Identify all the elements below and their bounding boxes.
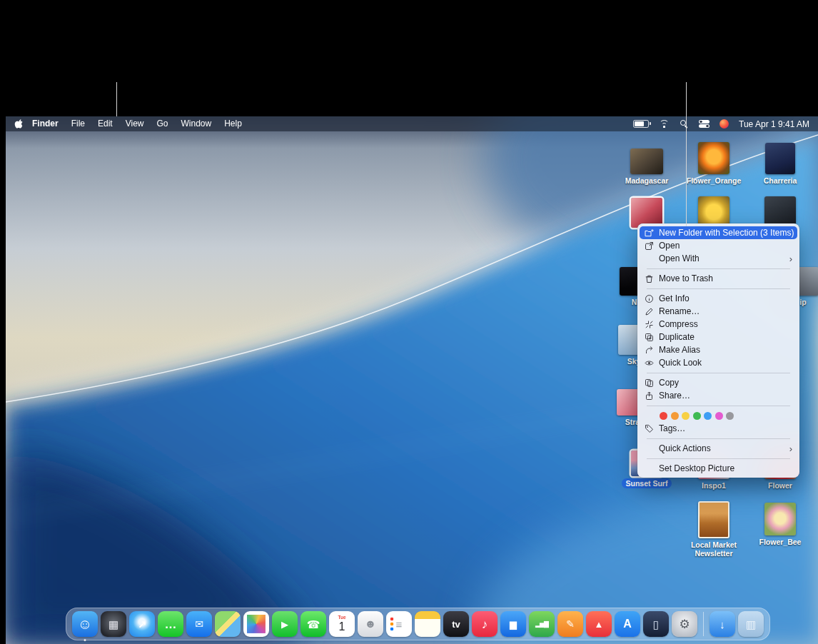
dock-iphone-mirroring-icon[interactable]: ▯ <box>643 611 669 637</box>
dock-music-icon[interactable]: ♪ <box>472 611 498 637</box>
system-settings-app-tile: ⚙ <box>672 611 697 637</box>
dock: ☺▦↗…✉▶☎Tue1☻≡tv♪▆▂▅▇✎▲A▯⚙↓▥ <box>66 608 770 640</box>
dock-system-settings-icon[interactable]: ⚙ <box>672 611 697 637</box>
menu-item-open[interactable]: Open <box>640 239 797 252</box>
dock-facetime-icon[interactable]: ▶ <box>272 611 298 637</box>
tag-color-2[interactable] <box>682 412 690 420</box>
dock-rocket-app-icon[interactable]: ▲ <box>586 611 612 637</box>
menu-item-label: Duplicate <box>659 332 695 342</box>
tag-color-3[interactable] <box>693 412 701 420</box>
menu-help[interactable]: Help <box>218 116 248 131</box>
open-icon <box>644 241 655 251</box>
menu-item-quick-look[interactable]: Quick Look <box>640 356 797 369</box>
file-thumbnail <box>698 142 729 174</box>
spotlight-icon[interactable] <box>680 119 689 129</box>
trash-icon <box>644 274 655 283</box>
keynote-app-tile: ▆ <box>500 611 526 637</box>
tag-color-4[interactable] <box>704 412 712 420</box>
messages-app-tile: … <box>158 611 183 637</box>
menu-item-rename[interactable]: Rename… <box>640 305 797 318</box>
submenu-chevron-icon: › <box>789 254 792 263</box>
dock-numbers-icon[interactable]: ▂▅▇ <box>529 611 555 637</box>
icon-spacer <box>644 444 655 453</box>
phone-app-tile: ☎ <box>301 611 326 637</box>
music-app-tile: ♪ <box>472 611 498 637</box>
eye-icon <box>644 358 655 368</box>
dock-finder-icon[interactable]: ☺ <box>72 611 98 637</box>
dock-calendar-icon[interactable]: Tue1 <box>329 611 355 637</box>
menu-window[interactable]: Window <box>175 116 218 131</box>
duplicate-icon <box>644 333 655 342</box>
menu-item-tags[interactable]: Tags… <box>640 422 797 435</box>
menu-item-make-alias[interactable]: Make Alias <box>640 343 797 356</box>
downloads-app-tile: ↓ <box>710 611 735 637</box>
menu-item-open-with[interactable]: Open With› <box>640 252 797 265</box>
dock-tv-icon[interactable]: tv <box>443 611 469 637</box>
callout-line-1 <box>116 82 117 116</box>
menu-bar-menus: FinderFileEditViewGoWindowHelp <box>26 116 248 131</box>
maps-app-tile <box>215 611 241 637</box>
pencil-icon <box>644 307 655 316</box>
menu-edit[interactable]: Edit <box>91 116 119 131</box>
wifi-icon[interactable] <box>659 120 670 128</box>
menu-item-get-info[interactable]: Get Info <box>640 292 797 305</box>
menu-finder[interactable]: Finder <box>26 116 65 131</box>
tag-color-0[interactable] <box>660 412 667 420</box>
dock-app-store-icon[interactable]: A <box>615 611 640 637</box>
battery-icon[interactable] <box>633 120 649 128</box>
dock-contacts-icon[interactable]: ☻ <box>358 611 383 637</box>
dock-pages-icon[interactable]: ✎ <box>557 611 583 637</box>
menu-item-share[interactable]: Share… <box>640 389 797 402</box>
desktop-icon-flower-bee[interactable]: Flower_Bee <box>752 503 809 546</box>
menu-item-label: Move to Trash <box>659 273 713 283</box>
menu-item-duplicate[interactable]: Duplicate <box>640 331 797 343</box>
desktop-icon-charreria[interactable]: Charreria <box>752 143 809 185</box>
menu-item-label: Share… <box>659 391 690 401</box>
menu-item-move-to-trash[interactable]: Move to Trash <box>640 272 797 285</box>
file-label: Local Market Newsletter <box>685 540 742 558</box>
dock-reminders-icon[interactable]: ≡ <box>386 611 412 637</box>
desktop-screen: FinderFileEditViewGoWindowHelp Tue Apr 1… <box>6 116 818 644</box>
dock-mail-icon[interactable]: ✉ <box>186 611 212 637</box>
menu-item-label: Quick Look <box>659 358 702 368</box>
menu-bar-clock[interactable]: Tue Apr 1 9:41 AM <box>739 119 809 129</box>
rocket-app-app-tile: ▲ <box>586 611 612 637</box>
menu-item-new-folder-with-selection-3-items[interactable]: New Folder with Selection (3 Items) <box>640 226 797 239</box>
file-thumbnail <box>698 501 729 538</box>
dock-notes-icon[interactable] <box>415 611 440 637</box>
file-label: Flower_Orange <box>684 176 744 185</box>
dock-photos-icon[interactable] <box>243 611 269 637</box>
dock-keynote-icon[interactable]: ▆ <box>500 611 526 637</box>
menu-item-copy[interactable]: Copy <box>640 376 797 389</box>
dock-launchpad-icon[interactable]: ▦ <box>101 611 126 637</box>
menu-item-label: Rename… <box>659 306 700 316</box>
menu-file[interactable]: File <box>65 116 91 131</box>
siri-icon[interactable] <box>719 119 729 129</box>
photos-app-tile <box>243 611 269 637</box>
menu-view[interactable]: View <box>119 116 151 131</box>
tag-color-5[interactable] <box>715 412 723 420</box>
menu-separator <box>647 373 790 373</box>
desktop-icon-flower-orange[interactable]: Flower_Orange <box>685 142 742 185</box>
dock-trash-icon[interactable]: ▥ <box>738 611 764 637</box>
tag-color-6[interactable] <box>726 412 734 420</box>
dock-maps-icon[interactable] <box>215 611 241 637</box>
menu-item-set-desktop-picture[interactable]: Set Desktop Picture <box>640 462 797 475</box>
dock-messages-icon[interactable]: … <box>158 611 183 637</box>
alias-icon <box>644 346 655 355</box>
callout-line-2 <box>686 82 687 226</box>
dock-safari-icon[interactable]: ↗ <box>129 611 155 637</box>
file-label: Sunset Surf <box>622 478 672 488</box>
menu-item-quick-actions[interactable]: Quick Actions› <box>640 442 797 455</box>
control-center-icon[interactable] <box>699 120 710 128</box>
apple-logo-icon[interactable] <box>14 119 23 129</box>
dock-phone-icon[interactable]: ☎ <box>301 611 326 637</box>
menu-item-label: Set Desktop Picture <box>659 463 734 473</box>
dock-downloads-icon[interactable]: ↓ <box>710 611 735 637</box>
menu-item-compress[interactable]: Compress <box>640 318 797 331</box>
tag-color-1[interactable] <box>671 412 679 420</box>
desktop-icon-madagascar[interactable]: Madagascar <box>618 149 675 185</box>
menu-go[interactable]: Go <box>151 116 175 131</box>
safari-app-tile: ↗ <box>129 611 155 637</box>
desktop-icon-local-market-newsletter[interactable]: Local Market Newsletter <box>685 501 742 558</box>
